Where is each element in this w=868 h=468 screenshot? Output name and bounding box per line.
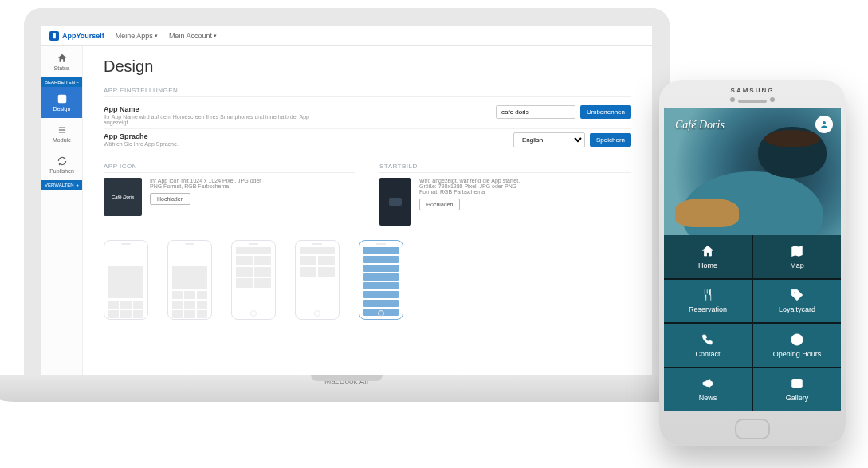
tile-map[interactable]: Map: [753, 235, 841, 278]
layout-option-5-selected[interactable]: [359, 240, 407, 320]
map-icon: [790, 244, 804, 258]
input-app-name[interactable]: [496, 105, 575, 119]
tile-home[interactable]: Home: [664, 235, 752, 278]
desc-startbild: Wird angezeigt, während die App startet.…: [419, 178, 531, 195]
brand-text: AppYourself: [62, 32, 104, 40]
sidebar-section-bearbeiten[interactable]: BEARBEITEN−: [41, 77, 82, 87]
layout-option-1[interactable]: [104, 240, 151, 320]
tile-contact[interactable]: Contact: [664, 324, 752, 367]
camera-dot: [344, 14, 349, 19]
svg-point-5: [794, 292, 795, 293]
utensils-icon: [701, 288, 715, 302]
laptop-mockup: ▮ AppYourself Meine Apps▾ Mein Account▾ …: [24, 8, 670, 402]
sidebar-item-publish[interactable]: Publishen: [41, 149, 82, 180]
app-logo: Café Doris: [675, 119, 725, 132]
chevron-down-icon: ▾: [214, 33, 217, 39]
upload-icon-button[interactable]: Hochladen: [150, 193, 190, 205]
app-hero: Café Doris: [664, 108, 841, 235]
layout-option-4[interactable]: [295, 240, 343, 320]
layout-option-3[interactable]: [231, 240, 279, 320]
user-icon[interactable]: [815, 116, 833, 133]
layout-option-2[interactable]: [167, 240, 215, 320]
page-title: Design: [104, 57, 631, 76]
sidebar: Status BEARBEITEN− Design Module: [41, 46, 83, 375]
label-app-language: App Sprache: [104, 132, 179, 140]
tile-hours[interactable]: Opening Hours: [753, 324, 841, 367]
app-builder-screen: ▮ AppYourself Meine Apps▾ Mein Account▾ …: [41, 26, 652, 375]
row-app-language: App Sprache Wählen Sie Ihre App Sprache.…: [104, 129, 631, 151]
phone-speaker: [738, 100, 767, 103]
app-tiles: Home Map Reservation Loyaltycard Contact…: [664, 235, 841, 411]
tile-gallery[interactable]: Gallery: [753, 368, 841, 411]
section-app-settings: APP EINSTELLUNGEN: [104, 87, 631, 97]
brand[interactable]: ▮ AppYourself: [49, 31, 104, 41]
splash-preview: [379, 178, 411, 226]
upload-splash-button[interactable]: Hochladen: [419, 199, 460, 210]
sidebar-item-design[interactable]: Design: [41, 87, 82, 118]
tile-reservation[interactable]: Reservation: [664, 280, 752, 323]
laptop-base: MacBook Air: [0, 375, 709, 402]
phone-home-button[interactable]: [735, 419, 770, 439]
rename-button[interactable]: Umbenennen: [580, 105, 631, 119]
list-icon: [57, 124, 68, 136]
sidebar-item-module[interactable]: Module: [41, 118, 82, 149]
top-nav: ▮ AppYourself Meine Apps▾ Mein Account▾: [41, 26, 652, 46]
desc-app-name: Ihr App Name wird auf dem Homescreen Ihr…: [104, 114, 311, 125]
image-icon: [790, 376, 804, 391]
plus-icon: +: [76, 183, 79, 187]
layout-picker: [104, 240, 631, 320]
clock-icon: [790, 332, 804, 347]
edit-icon: [57, 93, 68, 104]
tile-loyalty[interactable]: Loyaltycard: [753, 280, 841, 323]
refresh-icon: [57, 155, 68, 167]
section-startbild: STARTBILD: [379, 163, 631, 173]
brand-icon: ▮: [49, 31, 59, 41]
desc-app-icon: Ihr App Icon mit 1024 x 1024 Pixel, JPG …: [150, 178, 261, 189]
desc-app-language: Wählen Sie Ihre App Sprache.: [104, 141, 179, 147]
tag-icon: [790, 288, 804, 302]
select-app-language[interactable]: English: [513, 132, 585, 147]
megaphone-icon: [701, 376, 715, 391]
sidebar-item-status[interactable]: Status: [41, 46, 82, 77]
minus-icon: −: [76, 80, 79, 85]
sidebar-section-verwalten[interactable]: VERWALTEN+: [41, 180, 82, 190]
tile-news[interactable]: News: [664, 368, 752, 411]
home-icon: [701, 244, 715, 258]
section-app-icon: APP ICON: [104, 163, 355, 173]
chevron-down-icon: ▾: [155, 33, 158, 39]
svg-point-4: [823, 121, 826, 124]
phone-screen: Café Doris Home Map Reservation Loyaltyc…: [664, 108, 841, 411]
phone-device-brand: SAMSUNG: [664, 85, 841, 98]
main-content: Design APP EINSTELLUNGEN App Name Ihr Ap…: [83, 46, 652, 375]
nav-mein-account[interactable]: Mein Account▾: [169, 32, 217, 40]
row-app-name: App Name Ihr App Name wird auf dem Homes…: [104, 102, 631, 129]
phone-icon: [701, 332, 715, 347]
save-button[interactable]: Speichern: [590, 133, 631, 147]
app-icon-preview: Café Doris: [104, 178, 142, 216]
label-app-name: App Name: [104, 105, 311, 113]
phone-mockup: SAMSUNG Café Doris Home Map Reservation: [659, 80, 846, 446]
nav-meine-apps[interactable]: Meine Apps▾: [116, 32, 158, 40]
home-icon: [57, 53, 68, 64]
